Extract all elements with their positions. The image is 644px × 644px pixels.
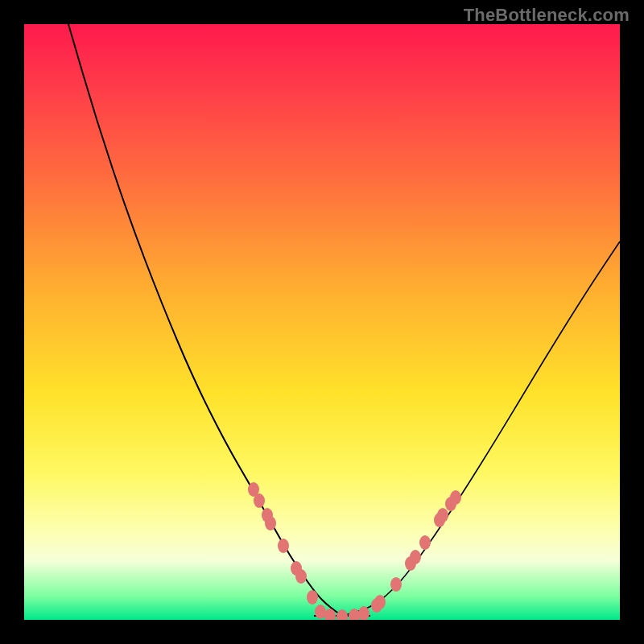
data-dot: [336, 609, 348, 620]
chart-svg: [24, 24, 620, 620]
data-dot: [315, 605, 326, 619]
data-dot: [410, 550, 421, 564]
data-dot: [419, 535, 431, 550]
data-dot: [349, 609, 360, 620]
data-dot: [307, 590, 318, 605]
chart-frame: TheBottleneck.com: [0, 0, 644, 644]
watermark-text: TheBottleneck.com: [464, 5, 630, 26]
data-dot: [374, 595, 386, 609]
data-dot: [450, 490, 461, 505]
data-dots: [248, 482, 461, 620]
data-dot: [254, 493, 265, 508]
left-curve: [68, 24, 342, 616]
data-dot: [295, 569, 307, 584]
data-dot: [390, 577, 402, 592]
data-dot: [437, 508, 448, 522]
right-curve: [342, 242, 620, 616]
chart-plot-area: [24, 24, 620, 620]
data-dot: [278, 539, 289, 553]
data-dot: [265, 516, 276, 530]
